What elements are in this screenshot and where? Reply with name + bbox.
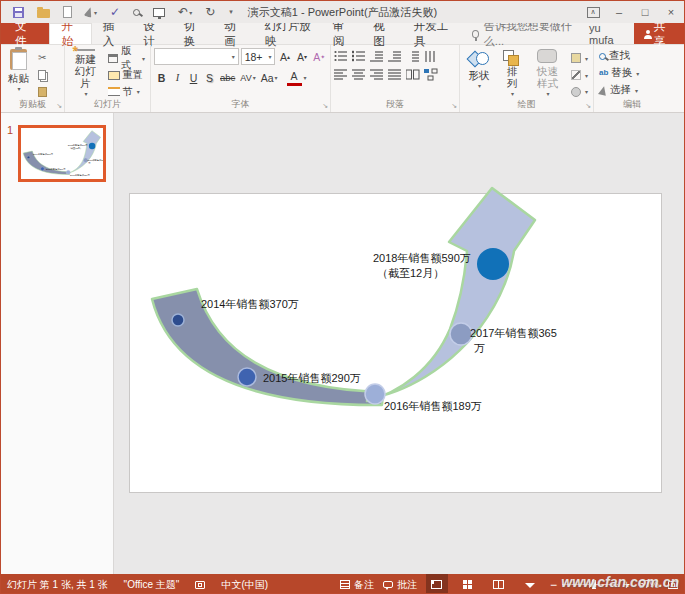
increase-indent-button[interactable]: [388, 50, 402, 63]
shapes-button[interactable]: 形状 ▾: [463, 48, 495, 99]
tab-file[interactable]: 文件: [1, 23, 49, 44]
change-case-button[interactable]: Aa▾: [259, 69, 280, 86]
cut-button[interactable]: ✂: [36, 50, 49, 65]
customize-qat-icon[interactable]: ▾: [229, 8, 233, 16]
tell-me-box[interactable]: 告诉我您想要做什么...: [462, 23, 590, 44]
notes-button[interactable]: 备注: [340, 578, 374, 592]
replace-button[interactable]: ab替换▾: [597, 65, 667, 81]
tab-视图[interactable]: 视图: [362, 23, 402, 44]
replace-icon: ab: [599, 69, 608, 77]
text-shadow-button[interactable]: S: [202, 69, 217, 86]
shape-effects-button[interactable]: ▾: [569, 84, 590, 99]
new-slide-button[interactable]: 新建 幻灯片 ▾: [68, 48, 103, 99]
start-slideshow-icon[interactable]: [153, 8, 165, 17]
line-spacing-button[interactable]: [406, 50, 420, 63]
tab-切换[interactable]: 切换: [173, 23, 213, 44]
undo-icon: ↶: [178, 6, 188, 18]
character-spacing-button[interactable]: AV▾: [238, 69, 257, 86]
ribbon-display-options-button[interactable]: ∧: [580, 1, 606, 23]
redo-icon[interactable]: ↻: [205, 6, 215, 18]
dialog-launcher-icon[interactable]: ↘: [585, 102, 591, 110]
convert-to-smartart-button[interactable]: [424, 68, 438, 81]
find-button[interactable]: 查找: [597, 48, 667, 64]
slide-canvas[interactable]: [129, 193, 662, 493]
quick-styles-label: 快速样式: [533, 65, 562, 89]
find-label: 查找: [609, 49, 630, 63]
tab-设计[interactable]: 设计: [132, 23, 172, 44]
share-label: 共享: [654, 19, 674, 49]
maximize-button[interactable]: □: [632, 1, 658, 23]
select-button[interactable]: 选择▾: [597, 82, 667, 98]
bullets-button[interactable]: [334, 50, 348, 63]
underline-button[interactable]: U: [186, 69, 201, 86]
share-button[interactable]: 共享: [634, 23, 684, 44]
tab-审阅[interactable]: 审阅: [322, 23, 362, 44]
tab-开始[interactable]: 开始: [49, 23, 91, 44]
tab-动画[interactable]: 动画: [213, 23, 253, 44]
dropdown-caret-icon: ▾: [17, 86, 20, 93]
shrink-font-button[interactable]: A▾: [294, 48, 309, 65]
ribbon-tab-row: 文件 开始插入设计切换动画幻灯片放映审阅视图开发工具 告诉我您想要做什么... …: [1, 23, 684, 45]
text-direction-button[interactable]: [424, 50, 438, 63]
save-icon[interactable]: [13, 7, 24, 18]
arrange-button[interactable]: 排列 ▾: [498, 48, 526, 99]
person-icon: [644, 30, 650, 37]
dialog-launcher-icon[interactable]: ↘: [56, 102, 62, 110]
paste-button[interactable]: 粘贴 ▾: [4, 48, 33, 99]
layout-button[interactable]: 版式▾: [106, 50, 147, 66]
align-right-button[interactable]: [370, 68, 384, 81]
numbering-button[interactable]: [352, 50, 366, 63]
shape-fill-button[interactable]: ▾: [569, 51, 590, 66]
shape-outline-button[interactable]: ▾: [569, 68, 590, 83]
tab-幻灯片放映[interactable]: 幻灯片放映: [254, 23, 322, 44]
clipboard-group: 粘贴 ▾ ✂ 剪贴板 ↘: [1, 45, 65, 112]
cut-icon: ✂: [38, 52, 46, 63]
font-name-combo[interactable]: ▾: [154, 48, 239, 65]
justify-button[interactable]: [388, 68, 402, 81]
zoom-out-icon[interactable]: −: [550, 579, 557, 591]
open-icon[interactable]: [37, 9, 50, 18]
new-slide-icon: [75, 49, 95, 51]
new-document-icon[interactable]: [63, 6, 72, 18]
align-center-button[interactable]: [352, 68, 366, 81]
svg-text:2014年销售额370万: 2014年销售额370万: [33, 152, 54, 156]
tab-插入[interactable]: 插入: [92, 23, 132, 44]
strikethrough-button[interactable]: abc: [218, 69, 237, 86]
format-painter-button[interactable]: [36, 84, 49, 99]
slide-sorter-view-button[interactable]: [457, 574, 479, 594]
slideshow-view-button[interactable]: [519, 574, 541, 594]
normal-view-button[interactable]: [426, 574, 448, 594]
font-size-combo[interactable]: 18+▾: [241, 48, 276, 65]
spellcheck-status-icon[interactable]: [195, 581, 205, 589]
dialog-launcher-icon[interactable]: ↘: [322, 102, 328, 110]
minimize-button[interactable]: –: [606, 1, 632, 23]
shape-fill-icon: [571, 53, 581, 63]
decrease-indent-button[interactable]: [370, 50, 384, 63]
language-status[interactable]: 中文(中国): [221, 578, 268, 592]
undo-button[interactable]: ↶▾: [178, 6, 192, 18]
watermark-text: www.cfan.com.cn: [561, 574, 679, 590]
bold-button[interactable]: B: [154, 69, 169, 86]
section-button[interactable]: 节▾: [106, 85, 147, 100]
tab-开发工具[interactable]: 开发工具: [403, 23, 462, 44]
print-preview-icon[interactable]: [133, 9, 140, 16]
drawing-group: 形状 ▾ 排列 ▾ 快速样式 ▾ ▾ ▾ ▾ 绘图 ↘: [460, 45, 594, 112]
grow-font-button[interactable]: A▴: [277, 48, 292, 65]
reading-view-button[interactable]: [488, 574, 510, 594]
close-button[interactable]: ×: [658, 1, 684, 23]
theme-name[interactable]: "Office 主题": [124, 578, 180, 592]
touch-mode-button[interactable]: ▾: [85, 7, 97, 17]
font-color-button[interactable]: A: [287, 69, 302, 86]
quick-styles-button[interactable]: 快速样式 ▾: [529, 48, 566, 99]
align-left-button[interactable]: [334, 68, 348, 81]
account-user-name[interactable]: yu mufa: [589, 23, 634, 44]
italic-button[interactable]: I: [170, 69, 185, 86]
copy-button[interactable]: [36, 67, 49, 82]
dialog-launcher-icon[interactable]: ↘: [451, 102, 457, 110]
slide-thumbnail[interactable]: 2014年销售额370万2015年销售额290万2016年销售额189万2017…: [18, 125, 106, 182]
reset-button[interactable]: 重置: [106, 68, 147, 83]
comments-button[interactable]: 批注: [383, 578, 417, 592]
columns-button[interactable]: [406, 68, 420, 81]
proofing-icon[interactable]: ✓: [110, 6, 120, 18]
clear-formatting-button[interactable]: A✦: [311, 48, 327, 65]
